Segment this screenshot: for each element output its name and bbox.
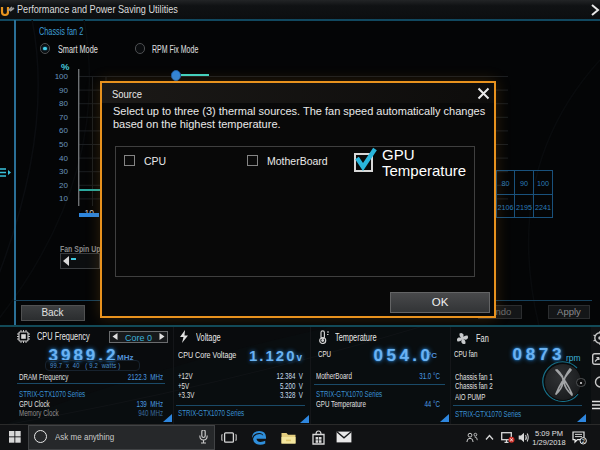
svg-text:2241: 2241 [535, 203, 551, 212]
svg-text:100: 100 [537, 179, 549, 188]
svg-text:2195: 2195 [516, 203, 532, 212]
svg-text:2106: 2106 [498, 203, 514, 212]
svg-text:90: 90 [520, 179, 528, 188]
svg-text:80: 80 [502, 179, 510, 188]
svg-text:2: 2 [582, 438, 585, 444]
